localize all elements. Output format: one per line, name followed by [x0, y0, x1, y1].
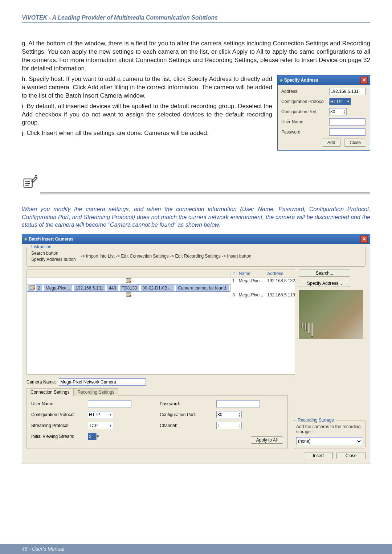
config-port-label: Configuration Port: [281, 109, 329, 115]
camera-error-icon [126, 278, 131, 283]
conn-protocol-select[interactable]: HTTP▼ [88, 411, 113, 418]
tab-recording-settings[interactable]: Recording Settings [73, 388, 118, 396]
note-icon [22, 173, 370, 191]
close-button[interactable]: Close [344, 139, 366, 147]
tab-connection-settings[interactable]: Connection Settings [26, 388, 73, 396]
conn-protocol-label: Configuration Protocol: [31, 412, 86, 417]
camera-name-input[interactable] [59, 378, 146, 386]
username-label: User Name: [281, 119, 329, 125]
specify-address-dialog-wrap: ◆ Specify Address ✕ Address: Configurati… [277, 75, 370, 151]
col-name[interactable]: Name [237, 270, 265, 278]
vivotek-logo-icon: ◆ [280, 78, 283, 83]
page-number: 46 - User's Manual [22, 546, 64, 552]
camera-table-wrap: # Name Address Port Model MAC Status [26, 270, 295, 375]
camera-name-label: Camera Name: [26, 379, 56, 385]
content-body: g. At the bottom of the window, there is… [22, 40, 370, 153]
address-label: Address: [281, 89, 329, 94]
recording-storage-text: Add the cameras to the recording storage… [296, 424, 362, 434]
recording-storage-fieldset: Recording Storage Add the cameras to the… [293, 420, 366, 448]
vivotek-logo-icon: ◆ [24, 237, 27, 241]
col-num[interactable]: # [230, 270, 237, 278]
config-protocol-select[interactable]: HTTP▼ [329, 98, 351, 105]
recording-storage-select[interactable]: (none) [296, 437, 362, 445]
initial-viewing-stream-spinner[interactable]: 2▲▼ [88, 433, 97, 440]
batch-dialog-title: Batch Insert Cameras [29, 237, 73, 242]
channel-spinner[interactable]: 1▲▼ [216, 422, 242, 429]
specify-address-button[interactable]: Specify Address... [299, 280, 350, 287]
conn-port-label: Configuration Port: [160, 412, 214, 417]
streaming-protocol-label: Streaming Protocol: [31, 423, 86, 428]
config-port-spinner[interactable]: 80▲▼ [329, 108, 347, 115]
camera-error-icon [30, 285, 35, 290]
note-divider [40, 192, 370, 194]
batch-dialog-titlebar: ◆ Batch Insert Cameras ✕ [22, 234, 370, 244]
channel-label: Channel: [160, 423, 214, 428]
initial-viewing-stream-label: Initial Viewing Stream: [31, 434, 86, 439]
specify-address-dialog: ◆ Specify Address ✕ Address: Configurati… [277, 75, 370, 151]
conn-username-label: User Name: [31, 401, 86, 406]
note-text: When you modify the camera settings, and… [22, 205, 370, 229]
conn-username-input[interactable] [88, 400, 131, 407]
search-button[interactable]: Search... [299, 270, 350, 277]
camera-table: # Name Address Port Model MAC Status [27, 270, 295, 299]
batch-insert-dialog: ◆ Batch Insert Cameras ✕ Instruction Sea… [22, 234, 370, 464]
instruction-flow: -> Import into List -> Edit Connection S… [81, 254, 252, 259]
address-input[interactable] [329, 88, 366, 95]
table-row[interactable]: 2 Mega-Pixe... 192.168.5.131 443 FD8133 … [27, 284, 230, 292]
recording-storage-legend: Recording Storage [296, 418, 335, 423]
camera-error-icon [126, 292, 131, 297]
doc-header: VIVOTEK - A Leading Provider of Multimed… [22, 15, 370, 23]
password-input[interactable] [329, 128, 366, 136]
col-address[interactable]: Address [265, 270, 295, 278]
username-input[interactable] [329, 118, 366, 126]
apply-to-all-button[interactable]: Apply to All [251, 436, 283, 444]
doc-header-title: VIVOTEK - A Leading Provider of Multimed… [22, 15, 218, 21]
close-icon[interactable]: ✕ [360, 77, 368, 84]
conn-port-spinner[interactable]: 80▲▼ [216, 411, 242, 418]
instruction-legend: Instruction [30, 244, 53, 249]
config-protocol-label: Configuration Protocol: [281, 99, 329, 104]
conn-password-input[interactable] [216, 400, 260, 407]
insert-button[interactable]: Insert [304, 452, 333, 459]
table-row[interactable]: 3 Mega-Pixe... 192.168.5.119 443 IP8132 … [27, 292, 295, 299]
instruction-line2: Specify Address button [31, 257, 76, 262]
password-label: Password: [281, 129, 329, 135]
dialog-title: Specify Address [284, 77, 318, 83]
paragraph-g: g. At the bottom of the window, there is… [22, 40, 370, 73]
page-footer: 46 - User's Manual [0, 544, 392, 554]
instruction-line1: Search button [31, 251, 76, 256]
add-button[interactable]: Add [322, 139, 340, 147]
streaming-protocol-select[interactable]: TCP▼ [88, 422, 113, 429]
camera-preview [299, 290, 363, 339]
connection-settings-panel: User Name: Configuration Protocol: HTTP▼… [26, 395, 288, 448]
close-button[interactable]: Close [336, 452, 366, 459]
instruction-fieldset: Instruction Search button Specify Addres… [26, 247, 366, 267]
dialog-titlebar: ◆ Specify Address ✕ [278, 75, 370, 85]
close-icon[interactable]: ✕ [360, 235, 368, 243]
table-row[interactable]: 1 Mega-Pixe... 192.168.5.132 443 FD8161 … [27, 277, 295, 284]
conn-password-label: Password: [160, 401, 214, 406]
